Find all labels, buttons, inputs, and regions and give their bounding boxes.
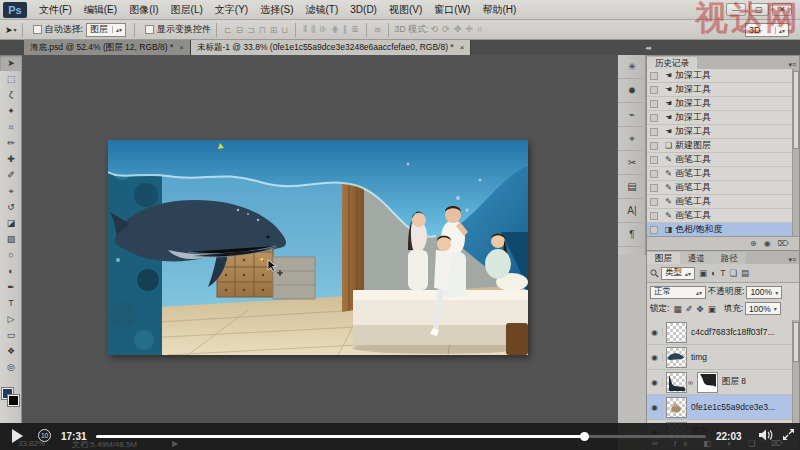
layer-row[interactable]: ◉c4cdf7683fc18ff03f7... bbox=[647, 320, 792, 345]
brush-tool[interactable]: ✐ bbox=[0, 167, 22, 183]
new-snapshot-icon[interactable]: ◉ bbox=[764, 239, 771, 248]
filter-icon[interactable]: ▤ bbox=[739, 268, 751, 278]
type-tool[interactable]: T bbox=[0, 295, 22, 311]
history-brush-tool[interactable]: ↺ bbox=[0, 199, 22, 215]
layer-name[interactable]: 图层 8 bbox=[722, 376, 746, 388]
distribute-icon[interactable]: ⫴ bbox=[303, 24, 307, 34]
filter-icon[interactable]: ▣ bbox=[697, 268, 709, 278]
layer-name[interactable]: 0fe1e1c55a9dce3e3... bbox=[691, 402, 775, 412]
distribute-icon[interactable]: ⋕ bbox=[331, 24, 339, 34]
align-icon[interactable]: ⊓ bbox=[259, 25, 266, 35]
dodge-tool[interactable]: ◐ bbox=[0, 263, 22, 279]
lock-icon[interactable]: ▣ bbox=[706, 304, 718, 314]
menu-item-T[interactable]: 滤镜(T) bbox=[300, 0, 345, 19]
history-source-checkbox[interactable] bbox=[650, 170, 658, 178]
menu-item-I[interactable]: 图像(I) bbox=[123, 0, 164, 19]
menu-item-V[interactable]: 视图(V) bbox=[383, 0, 428, 19]
character-panel-icon[interactable]: A| bbox=[618, 199, 646, 223]
align-icon[interactable]: ⊔ bbox=[281, 25, 288, 35]
align-icon[interactable]: ⊐ bbox=[247, 25, 255, 35]
menu-item-L[interactable]: 图层(L) bbox=[165, 0, 209, 19]
filter-icon[interactable]: ◐ bbox=[709, 268, 718, 278]
mode3d-icon[interactable]: ✛ bbox=[465, 24, 473, 34]
gradient-tool[interactable]: ▨ bbox=[0, 231, 22, 247]
history-source-checkbox[interactable] bbox=[650, 100, 658, 108]
zoom-tool[interactable]: ◎ bbox=[0, 359, 22, 375]
history-scrollbar[interactable] bbox=[792, 69, 799, 236]
layers-tab-0[interactable]: 图层 bbox=[647, 252, 680, 264]
marquee-tool[interactable]: ⬚ bbox=[0, 71, 22, 87]
extensions-icon[interactable]: ⌁ bbox=[618, 103, 646, 127]
panel-menu-icon[interactable]: ▾≡ bbox=[785, 256, 799, 264]
hand-tool[interactable]: ❖ bbox=[0, 343, 22, 359]
minimize-button[interactable]: — bbox=[726, 3, 746, 16]
show-transform-checkbox[interactable] bbox=[145, 25, 154, 34]
layers-tab-1[interactable]: 通道 bbox=[680, 252, 713, 264]
mode3d-icon[interactable]: ⌗ bbox=[477, 24, 482, 34]
history-item[interactable]: ☚加深工具 bbox=[647, 83, 792, 97]
menu-item-E[interactable]: 编辑(E) bbox=[78, 0, 123, 19]
pen-tool[interactable]: ✒ bbox=[0, 279, 22, 295]
history-item[interactable]: ✎画笔工具 bbox=[647, 181, 792, 195]
distribute-icon[interactable]: ⫼ bbox=[311, 24, 315, 34]
eyedropper-tool[interactable]: ✏ bbox=[0, 135, 22, 151]
history-item[interactable]: ☚加深工具 bbox=[647, 111, 792, 125]
paragraph-panel-icon[interactable]: ¶ bbox=[618, 223, 646, 247]
lasso-tool[interactable]: ζ bbox=[0, 87, 22, 103]
mode3d-icon[interactable]: ⟲ bbox=[431, 24, 439, 34]
fill-dropdown[interactable]: 100% ▾ bbox=[745, 302, 781, 315]
document-tab[interactable]: 海底.psd @ 52.4% (图层 12, RGB/8) *× bbox=[24, 40, 191, 55]
history-item[interactable]: ✎画笔工具 bbox=[647, 195, 792, 209]
layer-visibility-eye-icon[interactable]: ◉ bbox=[647, 353, 663, 362]
layer-name[interactable]: c4cdf7683fc18ff03f7... bbox=[691, 327, 775, 337]
history-source-checkbox[interactable] bbox=[650, 198, 658, 206]
auto-select-checkbox[interactable] bbox=[33, 25, 42, 34]
distribute-icon[interactable]: ⊪ bbox=[319, 24, 327, 34]
layer-visibility-eye-icon[interactable]: ◉ bbox=[647, 378, 663, 387]
history-tab[interactable]: 历史记录 bbox=[647, 57, 697, 69]
workspace-dropdown[interactable]: 3D ▴▾ bbox=[745, 23, 789, 37]
distribute-icon[interactable]: ∥ bbox=[343, 24, 348, 34]
history-item[interactable]: ✎画笔工具 bbox=[647, 153, 792, 167]
maximize-button[interactable]: ▢ bbox=[749, 3, 769, 16]
history-item[interactable]: ✎画笔工具 bbox=[647, 209, 792, 223]
panel-menu-icon[interactable]: ▾≡ bbox=[785, 61, 799, 69]
lock-icon[interactable]: ✐ bbox=[683, 304, 694, 314]
history-source-checkbox[interactable] bbox=[650, 226, 658, 234]
mode3d-icon[interactable]: ⟳ bbox=[442, 24, 450, 34]
clone-stamp-tool[interactable]: ⌖ bbox=[0, 183, 22, 199]
layer-row[interactable]: ◉timg bbox=[647, 345, 792, 370]
layers-tab-2[interactable]: 路径 bbox=[713, 252, 746, 264]
lock-icon[interactable]: ✥ bbox=[695, 304, 706, 314]
history-source-checkbox[interactable] bbox=[650, 184, 658, 192]
history-source-checkbox[interactable] bbox=[650, 114, 658, 122]
opacity-dropdown[interactable]: 100% ▾ bbox=[746, 286, 782, 299]
styles-icon[interactable]: ✹ bbox=[618, 79, 646, 103]
lock-icon[interactable]: ▦ bbox=[671, 304, 683, 314]
path-selection-tool[interactable]: ▷ bbox=[0, 311, 22, 327]
mode3d-icon[interactable]: ✥ bbox=[454, 24, 462, 34]
tool-presets-icon[interactable]: ✂ bbox=[618, 151, 646, 175]
filter-type-dropdown[interactable]: 类型 ▴▾ bbox=[661, 267, 695, 280]
menu-item-F[interactable]: 文件(F) bbox=[33, 0, 78, 19]
history-item[interactable]: ☚加深工具 bbox=[647, 69, 792, 83]
blur-tool[interactable]: ○ bbox=[0, 247, 22, 263]
canvas-area[interactable]: ✦ bbox=[23, 55, 617, 450]
scrollbar-thumb[interactable] bbox=[793, 71, 799, 149]
document-tab[interactable]: 未标题-1 @ 33.8% (0fe1e1c55a9dce3e3248e6aac… bbox=[191, 40, 471, 55]
new-doc-from-state-icon[interactable]: ⊕ bbox=[750, 239, 757, 248]
move-tool[interactable]: ➤ bbox=[0, 55, 22, 71]
blend-mode-dropdown[interactable]: 正常 ▴▾ bbox=[650, 286, 706, 299]
auto-align-icon[interactable]: ≋ bbox=[374, 25, 382, 35]
document-image[interactable]: ✦ bbox=[108, 140, 528, 355]
eraser-tool[interactable]: ◪ bbox=[0, 215, 22, 231]
clone-source-icon[interactable]: ⌖ bbox=[618, 127, 646, 151]
menu-item-3DD[interactable]: 3D(D) bbox=[344, 0, 383, 19]
distribute-icon[interactable]: ≣ bbox=[351, 24, 359, 34]
history-source-checkbox[interactable] bbox=[650, 212, 658, 220]
history-item[interactable]: ✎画笔工具 bbox=[647, 167, 792, 181]
history-source-checkbox[interactable] bbox=[650, 72, 658, 80]
layer-name[interactable]: timg bbox=[691, 352, 707, 362]
quick-selection-tool[interactable]: ✦ bbox=[0, 103, 22, 119]
layer-row[interactable]: ◉∞图层 8 bbox=[647, 370, 792, 395]
